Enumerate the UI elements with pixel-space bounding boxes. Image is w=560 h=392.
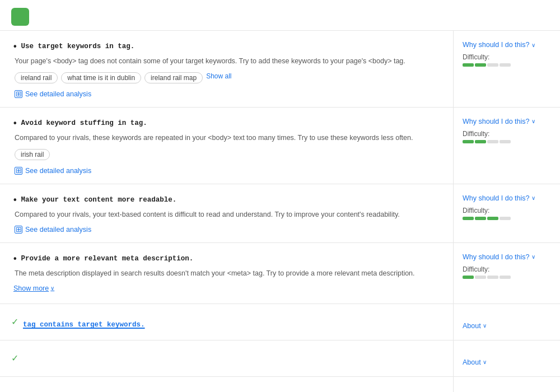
logo-icon <box>11 8 29 26</box>
difficulty-label: Difficulty: <box>463 265 551 273</box>
success-side-content: About ∨ <box>454 304 560 340</box>
why-link[interactable]: Why should I do this? ∨ <box>463 194 551 202</box>
difficulty-bar <box>463 276 474 279</box>
success-main-content: ✓No keyword stuffing in tag.</code> <box>0 377 454 392</box>
about-link[interactable]: About ∨ <box>463 387 551 392</box>
chevron-down-icon: ∨ <box>531 195 535 201</box>
row-title: •Provide a more relevant meta descriptio… <box>13 253 442 264</box>
difficulty-label: Difficulty: <box>463 207 551 214</box>
difficulty-bar <box>463 140 474 143</box>
header <box>0 0 560 30</box>
difficulty-bars <box>463 276 551 279</box>
difficulty-bar <box>475 276 486 279</box>
success-side-content: About ∨ <box>454 377 560 392</box>
side-content-readable-text: Why should I do this? ∨Difficulty: <box>454 184 560 242</box>
success-main-content: ✓ tag contains target keywords.</code> <box>0 340 454 376</box>
difficulty-label: Difficulty: <box>463 53 551 61</box>
why-link[interactable]: Why should I do this? ∨ <box>463 118 551 125</box>
bullet-point: • <box>13 118 17 128</box>
chevron-down-icon: ∨ <box>531 118 535 124</box>
difficulty-bar <box>500 217 511 220</box>
analysis-icon: ⊞ <box>15 167 22 175</box>
issue-row-avoid-keyword-stuffing: •Avoid keyword stuffing in tag.Compared … <box>0 107 560 184</box>
side-content-body-tag-keywords: Why should I do this? ∨Difficulty: <box>454 31 560 107</box>
side-content-meta-description: Why should I do this? ∨Difficulty: <box>454 243 560 304</box>
issue-row-body-tag-keywords: •Use target keywords in tag.Your page's … <box>0 30 560 107</box>
check-icon: ✓ <box>11 389 18 392</box>
issue-row-readable-text: •Make your text content more readable.Co… <box>0 184 560 242</box>
difficulty-bar <box>500 63 511 67</box>
success-main-content: ✓ tag contains target keywords. <box>0 304 454 340</box>
difficulty-bars <box>463 63 551 67</box>
difficulty-bar <box>463 63 474 67</box>
difficulty-bar <box>487 276 498 279</box>
main-content-body-tag-keywords: •Use target keywords in tag.Your page's … <box>0 31 454 107</box>
check-icon: ✓ <box>11 353 18 363</box>
keyword-tag: ireland rail map <box>144 72 203 83</box>
difficulty-bar <box>500 276 511 279</box>
main-content-avoid-keyword-stuffing: •Avoid keyword stuffing in tag.Compared … <box>0 108 454 184</box>
row-description: Your page's <body> tag does not contain … <box>15 56 442 67</box>
analysis-link[interactable]: ⊞ See detailed analysis <box>15 226 442 234</box>
bullet-point: • <box>13 194 17 205</box>
analysis-icon: ⊞ <box>15 226 22 234</box>
bullet-point: • <box>13 41 17 52</box>
app-container: •Use target keywords in tag.Your page's … <box>0 0 560 392</box>
check-icon: ✓ <box>11 316 18 327</box>
analysis-link[interactable]: ⊞ See detailed analysis <box>15 167 442 175</box>
main-content-readable-text: •Make your text content more readable.Co… <box>0 184 454 242</box>
show-more-link[interactable]: Show more ∨ <box>13 284 442 292</box>
chevron-down-icon: ∨ <box>531 42 535 48</box>
row-description: Compared to your rivals, your text-based… <box>15 209 442 220</box>
keyword-tag: what time is it in dublin <box>61 72 141 83</box>
chevron-down-icon: ∨ <box>483 359 487 365</box>
keyword-tag: irish rail <box>15 149 50 160</box>
analysis-link[interactable]: ⊞ See detailed analysis <box>15 90 442 98</box>
difficulty-bars <box>463 217 551 220</box>
content-area: •Use target keywords in tag.Your page's … <box>0 30 560 392</box>
chevron-down-icon: ∨ <box>483 323 487 329</box>
analysis-icon: ⊞ <box>15 90 22 98</box>
main-content-meta-description: •Provide a more relevant meta descriptio… <box>0 243 454 304</box>
difficulty-bar <box>475 217 486 220</box>
row-title: •Use target keywords in tag. <box>13 41 442 52</box>
success-row-no-stuffing-title: ✓No keyword stuffing in tag.</code>About… <box>0 376 560 392</box>
difficulty-bar <box>475 63 486 67</box>
success-side-content: About ∨ <box>454 340 560 376</box>
difficulty-bars <box>463 140 551 143</box>
tags-container: irish rail <box>15 149 442 160</box>
why-link[interactable]: Why should I do this? ∨ <box>463 253 551 261</box>
about-link[interactable]: About ∨ <box>463 314 551 330</box>
difficulty-bar <box>475 140 486 143</box>
difficulty-bar <box>500 140 511 143</box>
row-description: Compared to your rivals, these keywords … <box>15 133 442 143</box>
difficulty-bar <box>463 217 474 220</box>
chevron-down-icon: ∨ <box>531 254 535 260</box>
row-title: •Avoid keyword stuffing in tag. <box>13 118 442 128</box>
chevron-down-icon: ∨ <box>50 285 54 291</box>
side-content-avoid-keyword-stuffing: Why should I do this? ∨Difficulty: <box>454 108 560 184</box>
success-row-h1-target-keywords: ✓ tag contains target keywords.About ∨ <box>0 304 560 340</box>
keyword-tag: ireland rail <box>15 72 58 83</box>
row-title: •Make your text content more readable. <box>13 194 442 205</box>
success-item-text[interactable]: tag contains target keywords. <box>23 313 145 330</box>
header-title-group <box>35 16 38 17</box>
bullet-point: • <box>13 253 17 264</box>
row-description: The meta description displayed in search… <box>15 268 442 279</box>
issue-row-meta-description: •Provide a more relevant meta descriptio… <box>0 242 560 304</box>
difficulty-label: Difficulty: <box>463 130 551 138</box>
difficulty-bar <box>487 63 498 67</box>
tags-container: ireland railwhat time is it in dublinire… <box>15 72 442 83</box>
difficulty-bar <box>487 217 498 220</box>
why-link[interactable]: Why should I do this? ∨ <box>463 41 551 49</box>
about-link[interactable]: About ∨ <box>463 351 551 366</box>
show-all-link[interactable]: Show all <box>206 72 231 83</box>
success-row-title-target-keywords: ✓ tag contains target keywords.</code>Ab… <box>0 340 560 376</box>
difficulty-bar <box>487 140 498 143</box>
